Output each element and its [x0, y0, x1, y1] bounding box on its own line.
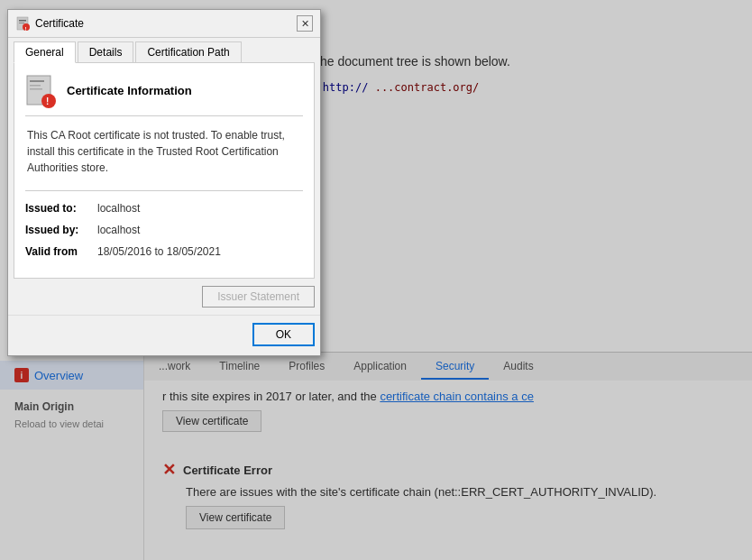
svg-rect-7 [30, 85, 41, 87]
dialog-title-left: ! Certificate [15, 16, 84, 31]
issuer-statement-button[interactable]: Issuer Statement [202, 286, 315, 308]
issued-by-label: Issued by: [25, 224, 97, 236]
dialog-title-icon: ! [15, 16, 30, 31]
dialog-tab-general[interactable]: General [14, 41, 76, 63]
svg-rect-6 [30, 80, 44, 82]
cert-info-header: ! Certificate Information [25, 74, 303, 116]
dialog-footer: OK [8, 315, 320, 355]
svg-text:!: ! [46, 96, 49, 106]
dialog-content-area: ! Certificate Information This CA Root c… [14, 62, 315, 279]
issued-to-value: localhost [97, 202, 140, 215]
cert-icon: ! [25, 74, 58, 106]
certificate-dialog: ! Certificate ✕ General Details Certific… [7, 9, 321, 356]
dialog-titlebar: ! Certificate ✕ [8, 10, 320, 38]
dialog-actions-row: Issuer Statement [8, 279, 320, 315]
dialog-tab-cert-path[interactable]: Certification Path [135, 41, 241, 62]
dialog-tab-details[interactable]: Details [78, 41, 134, 62]
cert-info-title-text: Certificate Information [67, 84, 192, 97]
dialog-close-button[interactable]: ✕ [297, 15, 313, 32]
dialog-tabs: General Details Certification Path [8, 38, 320, 62]
dialog-title-text: Certificate [35, 17, 84, 30]
valid-from-label: Valid from [25, 245, 97, 258]
svg-rect-1 [19, 20, 26, 22]
svg-rect-8 [30, 88, 42, 90]
cert-field-valid: Valid from 18/05/2016 to 18/05/2021 [25, 245, 303, 258]
valid-from-value: 18/05/2016 to 18/05/2021 [97, 245, 221, 258]
svg-rect-2 [19, 23, 24, 23]
cert-field-issued-to: Issued to: localhost [25, 202, 303, 215]
cert-field-issued-by: Issued by: localhost [25, 224, 303, 236]
dialog-ok-button[interactable]: OK [252, 323, 315, 346]
cert-divider [25, 190, 303, 191]
cert-warning-text: This CA Root certificate is not trusted.… [25, 127, 303, 176]
svg-text:!: ! [25, 26, 27, 32]
issued-by-value: localhost [97, 224, 140, 236]
issued-to-label: Issued to: [25, 202, 97, 215]
